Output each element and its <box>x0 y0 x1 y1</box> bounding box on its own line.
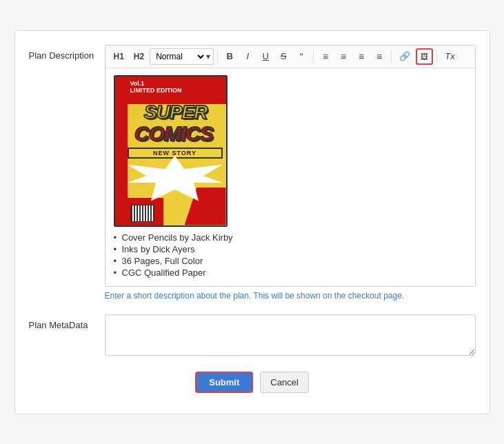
strikethrough-button[interactable]: S <box>275 48 292 65</box>
comic-cover-image: Vol.1 LIMITED EDITION SUPER COMICS NEW S… <box>114 75 228 227</box>
image-icon: 🖼 <box>421 52 428 61</box>
separator-1 <box>217 50 218 63</box>
editor-body[interactable]: Vol.1 LIMITED EDITION SUPER COMICS NEW S… <box>105 68 475 286</box>
helper-text: Enter a short description about the plan… <box>105 291 476 301</box>
style-select-wrapper[interactable]: Normal Heading 1 Heading 2 Heading 3 ▾ <box>150 48 214 65</box>
comic-barcode <box>130 205 154 222</box>
link-icon: 🔗 <box>399 51 410 61</box>
list-item: 36 Pages, Full Color <box>114 256 467 266</box>
clear-format-button[interactable]: Tx <box>441 48 458 65</box>
separator-3 <box>391 50 392 63</box>
list-item: Inks by Dick Ayers <box>114 244 467 254</box>
editor-toolbar: H1 H2 Normal Heading 1 Heading 2 Heading… <box>105 46 475 68</box>
align-right-button[interactable]: ≡ <box>371 48 387 65</box>
metadata-label: Plan MetaData <box>29 314 105 358</box>
bullet-list: Cover Pencils by Jack Kirby Inks by Dick… <box>114 232 467 278</box>
description-content: H1 H2 Normal Heading 1 Heading 2 Heading… <box>105 45 476 301</box>
cancel-button[interactable]: Cancel <box>260 372 308 393</box>
submit-button[interactable]: Submit <box>195 372 253 393</box>
h2-button[interactable]: H2 <box>130 48 148 65</box>
description-label: Plan Description <box>29 45 105 301</box>
h1-button[interactable]: H1 <box>110 48 128 65</box>
blockquote-button[interactable]: “ <box>293 48 310 65</box>
list-item: Cover Pencils by Jack Kirby <box>114 232 467 243</box>
underline-button[interactable]: U <box>257 48 274 65</box>
italic-button[interactable]: I <box>239 48 256 65</box>
ordered-list-button[interactable]: ≡ <box>317 48 334 65</box>
metadata-textarea[interactable] <box>105 314 476 356</box>
comic-comics-title: COMICS <box>125 123 223 144</box>
link-button[interactable]: 🔗 <box>395 48 414 65</box>
metadata-content <box>105 314 476 358</box>
list-item: CGC Qualified Paper <box>114 268 467 278</box>
metadata-row: Plan MetaData <box>29 314 476 358</box>
bold-button[interactable]: B <box>221 48 238 65</box>
comic-super-title: SUPER <box>129 103 223 122</box>
comic-vol-text: Vol.1 LIMITED EDITION <box>130 80 182 95</box>
chevron-down-icon: ▾ <box>206 52 210 61</box>
form-container: Plan Description H1 H2 Normal Heading 1 … <box>14 30 490 414</box>
description-row: Plan Description H1 H2 Normal Heading 1 … <box>29 45 476 301</box>
separator-2 <box>313 50 314 63</box>
separator-4 <box>436 50 437 63</box>
image-button[interactable]: 🖼 <box>416 48 433 65</box>
align-left-button[interactable]: ≡ <box>353 48 370 65</box>
submit-row: Submit Cancel <box>29 372 476 393</box>
comic-cover-background: Vol.1 LIMITED EDITION SUPER COMICS NEW S… <box>115 77 226 225</box>
unordered-list-button[interactable]: ≡ <box>335 48 352 65</box>
style-select[interactable]: Normal Heading 1 Heading 2 Heading 3 <box>153 51 206 62</box>
rich-text-editor: H1 H2 Normal Heading 1 Heading 2 Heading… <box>105 45 476 287</box>
